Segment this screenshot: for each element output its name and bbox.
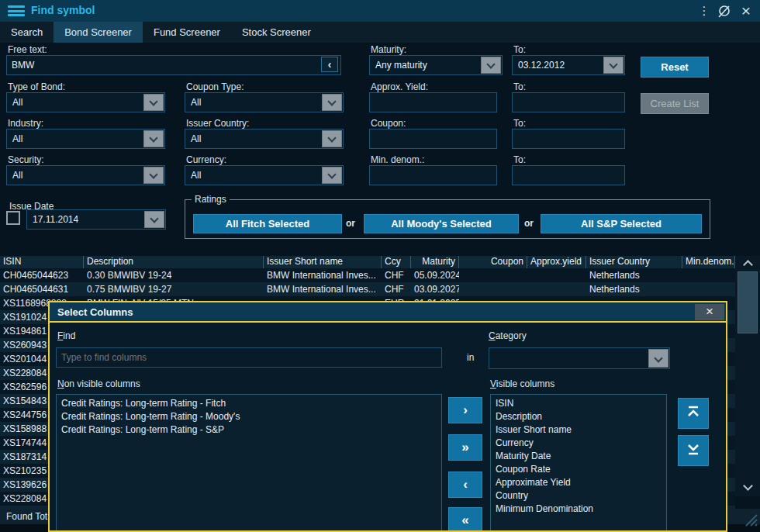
- approx-yield-input[interactable]: [369, 92, 497, 112]
- coupon-input[interactable]: [369, 129, 497, 149]
- fitch-ratings-button[interactable]: All Fitch Selected: [193, 214, 342, 233]
- sp-ratings-button[interactable]: All S&P Selected: [541, 214, 702, 233]
- column-header-issuer-short-name[interactable]: Issuer Short name: [264, 256, 382, 268]
- table-header: ISIN Description Issuer Short name Ccy M…: [0, 256, 735, 268]
- unlink-icon[interactable]: [715, 4, 734, 21]
- remove-all-columns-button[interactable]: «: [448, 507, 482, 532]
- currency-select[interactable]: All: [185, 165, 344, 185]
- column-item[interactable]: Country: [491, 489, 666, 503]
- tab-bond-screener[interactable]: Bond Screener: [54, 22, 143, 43]
- column-header-min-denom[interactable]: Min.denom.: [682, 256, 735, 268]
- non-visible-columns-list[interactable]: Credit Ratings: Long-term Rating - Fitch…: [56, 394, 442, 532]
- or-label: or: [524, 218, 534, 229]
- cell-isin: CH0465044623: [0, 268, 84, 282]
- column-item[interactable]: Minimum Denomination: [491, 503, 666, 516]
- or-label: or: [346, 218, 355, 229]
- dialog-close-icon[interactable]: ×: [695, 304, 724, 320]
- column-item[interactable]: Credit Ratings: Long-term Rating - Moody…: [57, 410, 441, 423]
- column-item[interactable]: Issuer Short name: [491, 423, 666, 437]
- column-header-issuer-country[interactable]: Issuer Country: [586, 256, 682, 268]
- currency-label: Currency:: [186, 154, 226, 165]
- chevron-down-icon[interactable]: [481, 57, 501, 74]
- column-header-description[interactable]: Description: [84, 256, 264, 268]
- chevron-down-icon[interactable]: [322, 167, 342, 184]
- chevron-down-icon[interactable]: [143, 130, 164, 147]
- security-select[interactable]: All: [6, 165, 165, 185]
- column-item[interactable]: Maturity Date: [491, 450, 666, 463]
- chevron-down-icon[interactable]: [322, 130, 342, 147]
- scrollbar-thumb[interactable]: [738, 271, 758, 333]
- scroll-down-icon[interactable]: [735, 479, 760, 493]
- column-header-maturity[interactable]: Maturity: [411, 256, 459, 268]
- chevron-down-icon[interactable]: [143, 167, 164, 184]
- column-item[interactable]: Description: [491, 410, 666, 423]
- column-item[interactable]: Credit Ratings: Long-term Rating - S&P: [57, 423, 441, 437]
- cell-issuer: BMW International Inves...: [264, 282, 382, 296]
- kebab-menu-icon[interactable]: ⋮: [695, 2, 713, 19]
- chevron-down-icon[interactable]: [322, 94, 342, 111]
- scroll-up-icon[interactable]: [735, 256, 760, 270]
- column-item[interactable]: ISIN: [491, 397, 666, 410]
- column-item[interactable]: Credit Ratings: Long-term Rating - Fitch: [57, 397, 441, 410]
- add-all-columns-button[interactable]: »: [448, 434, 482, 461]
- chevron-down-icon[interactable]: [603, 57, 624, 74]
- column-header-ccy[interactable]: Ccy: [382, 256, 411, 268]
- find-columns-input[interactable]: [56, 347, 442, 368]
- table-row[interactable]: CH04650446230.30 BMWIBV 19-24BMW Interna…: [0, 268, 735, 282]
- close-icon[interactable]: ×: [737, 2, 755, 19]
- cell-ccy: CHF: [382, 282, 411, 296]
- cell-ccy: CHF: [382, 268, 411, 282]
- maturity-label: Maturity:: [371, 44, 406, 55]
- column-header-coupon[interactable]: Coupon: [459, 256, 527, 268]
- window-titlebar: Find symbol ⋮ ×: [0, 0, 760, 22]
- vertical-scrollbar[interactable]: [735, 256, 760, 496]
- coupon-to-input[interactable]: [512, 129, 625, 149]
- issue-date-select[interactable]: 17.11.2014: [26, 209, 166, 230]
- collapse-left-icon[interactable]: ‹: [321, 57, 338, 72]
- issuer-country-select[interactable]: All: [185, 129, 344, 149]
- cell-country: Netherlands: [586, 268, 682, 282]
- in-label: in: [467, 352, 474, 363]
- approx-yield-to-input[interactable]: [512, 92, 625, 112]
- dialog-titlebar[interactable]: Select Columns ×: [50, 302, 726, 323]
- dialog-title: Select Columns: [57, 306, 133, 318]
- chevron-down-icon[interactable]: [648, 349, 668, 368]
- hamburger-menu-icon[interactable]: [8, 5, 25, 16]
- type-of-bond-select[interactable]: All: [6, 92, 165, 112]
- coupon-type-select[interactable]: All: [185, 92, 344, 112]
- move-to-top-icon[interactable]: [678, 398, 709, 429]
- maturity-to-select[interactable]: 03.12.2012: [512, 55, 625, 75]
- column-header-approx-yield[interactable]: Approx.yield: [527, 256, 586, 268]
- visible-columns-list[interactable]: ISINDescriptionIssuer Short nameCurrency…: [490, 394, 667, 532]
- tab-stock-screener[interactable]: Stock Screener: [231, 22, 322, 43]
- tab-fund-screener[interactable]: Fund Screener: [143, 22, 231, 43]
- category-select[interactable]: [489, 347, 670, 369]
- resize-grip-icon[interactable]: [741, 510, 758, 530]
- table-row[interactable]: CH04650446310.75 BMWIBV 19-27BMW Interna…: [0, 282, 735, 296]
- find-symbol-window: Find symbol ⋮ × SearchBond ScreenerFund …: [0, 0, 760, 532]
- create-list-button[interactable]: Create List: [641, 93, 709, 114]
- min-denom-to-input[interactable]: [512, 165, 625, 185]
- reset-button[interactable]: Reset: [641, 57, 709, 78]
- chevron-down-icon[interactable]: [144, 211, 164, 228]
- free-text-input[interactable]: [6, 55, 341, 75]
- min-denom-input[interactable]: [369, 165, 497, 185]
- cell-min: [682, 268, 735, 282]
- column-item[interactable]: Approximate Yield: [491, 476, 666, 489]
- maturity-to-label: To:: [513, 44, 526, 55]
- tab-search[interactable]: Search: [0, 22, 54, 43]
- issue-date-checkbox[interactable]: [6, 211, 20, 225]
- chevron-down-icon[interactable]: [143, 94, 164, 111]
- dialog-body: Find in Category Non visible columns Cre…: [50, 324, 726, 532]
- maturity-select[interactable]: Any maturity: [369, 55, 503, 75]
- remove-column-button[interactable]: ‹: [448, 472, 482, 498]
- column-header-isin[interactable]: ISIN: [0, 256, 84, 268]
- column-item[interactable]: Coupon Rate: [491, 463, 666, 476]
- move-to-bottom-icon[interactable]: [678, 435, 709, 466]
- add-column-button[interactable]: ›: [448, 397, 482, 423]
- moodys-ratings-button[interactable]: All Moody's Selected: [364, 214, 519, 233]
- non-visible-columns-label: Non visible columns: [57, 378, 140, 389]
- min-denom-label: Min. denom.:: [371, 154, 424, 165]
- industry-select[interactable]: All: [6, 129, 165, 149]
- column-item[interactable]: Currency: [491, 437, 666, 450]
